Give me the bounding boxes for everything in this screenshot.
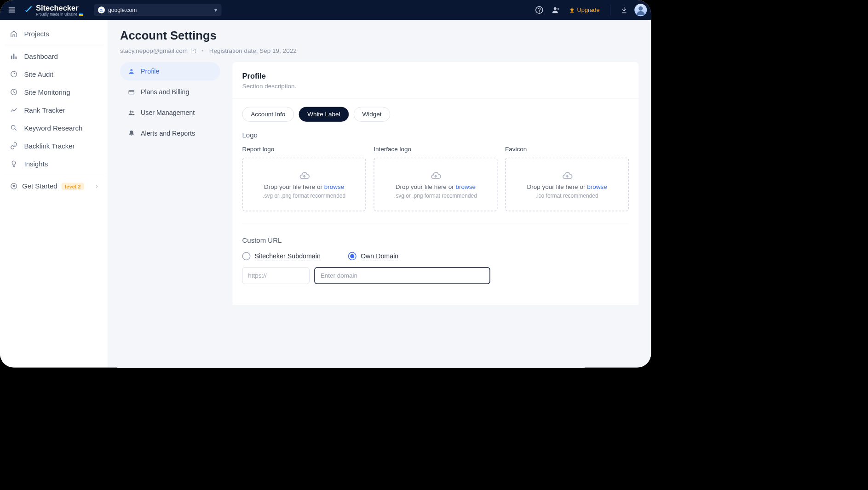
sidebar-item-get-started[interactable]: Get Started level 2 › <box>0 177 108 195</box>
add-user-button[interactable] <box>550 4 562 16</box>
sidebar-item-keyword-research[interactable]: Keyword Research <box>0 119 108 137</box>
divider <box>610 5 610 16</box>
favicon-label: Favicon <box>505 146 629 153</box>
radio-icon <box>348 252 356 260</box>
section-nav-profile[interactable]: Profile <box>120 62 220 81</box>
svg-point-17 <box>132 111 133 113</box>
interface-logo-label: Interface logo <box>374 146 497 153</box>
account-email[interactable]: stacy.nepop@gmail.com <box>120 47 196 55</box>
profile-tabs: Account Info White Label Widget <box>242 107 629 122</box>
section-nav-alerts-reports[interactable]: Alerts and Reports <box>120 124 220 143</box>
upgrade-button[interactable]: Upgrade <box>569 6 600 13</box>
main-content: Account Settings stacy.nepop@gmail.com •… <box>108 20 651 368</box>
svg-point-16 <box>130 111 132 113</box>
favicon-dropzone[interactable]: Drop your file here or browse .ico forma… <box>505 158 629 211</box>
upgrade-icon <box>569 7 575 13</box>
browse-link[interactable]: browse <box>587 183 607 190</box>
sidebar-label: Get Started <box>22 182 57 190</box>
dashboard-icon <box>10 52 18 60</box>
tab-account-info[interactable]: Account Info <box>242 107 294 122</box>
site-selector[interactable]: G google.com ▾ <box>94 4 222 16</box>
menu-toggle-button[interactable] <box>4 2 19 17</box>
sidebar-item-dashboard[interactable]: Dashboard <box>0 47 108 65</box>
cloud-upload-icon <box>562 170 573 181</box>
svg-point-14 <box>130 69 132 71</box>
sidebar-label: Projects <box>24 30 49 38</box>
brand-name: Sitechecker <box>36 4 83 13</box>
compass-icon <box>10 182 18 190</box>
radio-sitechecker-subdomain[interactable]: Sitecheker Subdomain <box>242 252 321 260</box>
protocol-input <box>242 267 310 284</box>
cloud-upload-icon <box>430 170 441 181</box>
help-icon <box>535 6 543 14</box>
chevron-right-icon: › <box>96 182 98 190</box>
sidebar-label: Rank Tracker <box>24 106 65 114</box>
hamburger-icon <box>8 6 16 14</box>
radio-own-domain[interactable]: Own Domain <box>348 252 398 260</box>
gauge-icon <box>10 70 18 78</box>
panel-title: Profile <box>242 72 629 81</box>
section-nav-user-management[interactable]: User Management <box>120 103 220 122</box>
sidebar: Projects Dashboard Site Audit Site Monit… <box>0 20 108 368</box>
logo-checkmark-icon <box>23 5 33 15</box>
section-label: Alerts and Reports <box>141 130 195 137</box>
home-icon <box>10 30 18 38</box>
format-hint: .ico format recommended <box>536 193 598 199</box>
sidebar-item-backlink-tracker[interactable]: Backlink Tracker <box>0 137 108 155</box>
svg-point-13 <box>11 183 17 189</box>
profile-panel: Profile Section description. Account Inf… <box>233 62 639 305</box>
svg-rect-9 <box>15 57 17 59</box>
sidebar-item-site-monitoring[interactable]: Site Monitoring <box>0 83 108 101</box>
section-label: Plans and Billing <box>141 88 189 96</box>
brand-logo[interactable]: Sitechecker Proudly made in Ukraine 🇺🇦 <box>23 4 83 17</box>
browse-link[interactable]: browse <box>455 183 476 190</box>
sidebar-label: Dashboard <box>24 52 58 60</box>
sidebar-label: Site Audit <box>24 70 53 78</box>
avatar-icon <box>634 4 647 16</box>
drop-text: Drop your file here or browse <box>396 183 476 191</box>
cloud-upload-icon <box>299 170 310 181</box>
radio-label: Sitecheker Subdomain <box>255 252 321 260</box>
svg-rect-8 <box>13 54 15 59</box>
trend-icon <box>10 106 18 114</box>
site-selector-value: google.com <box>108 7 137 13</box>
google-favicon-icon: G <box>98 6 105 13</box>
domain-input[interactable] <box>314 267 490 284</box>
report-logo-dropzone[interactable]: Drop your file here or browse .svg or .p… <box>242 158 366 211</box>
interface-logo-dropzone[interactable]: Drop your file here or browse .svg or .p… <box>374 158 497 211</box>
add-user-icon <box>552 6 560 14</box>
user-avatar[interactable] <box>634 4 647 16</box>
section-nav-plans-billing[interactable]: Plans and Billing <box>120 83 220 102</box>
drop-text: Drop your file here or browse <box>527 183 607 191</box>
radio-label: Own Domain <box>361 252 398 260</box>
section-label: User Management <box>141 109 195 117</box>
card-icon <box>128 88 136 96</box>
svg-point-5 <box>554 7 557 10</box>
sidebar-item-projects[interactable]: Projects <box>0 25 108 43</box>
divider <box>4 45 103 46</box>
browse-link[interactable]: browse <box>324 183 345 190</box>
panel-description: Section description. <box>242 83 629 90</box>
tab-white-label[interactable]: White Label <box>299 107 349 122</box>
sidebar-label: Site Monitoring <box>24 88 70 96</box>
sidebar-item-site-audit[interactable]: Site Audit <box>0 65 108 83</box>
users-icon <box>128 109 136 117</box>
link-icon <box>10 142 18 150</box>
chevron-down-icon: ▾ <box>214 7 217 13</box>
level-badge: level 2 <box>62 182 84 190</box>
sidebar-item-insights[interactable]: Insights <box>0 155 108 173</box>
download-button[interactable] <box>618 4 630 16</box>
lightbulb-icon <box>10 160 18 168</box>
section-label: Profile <box>141 68 159 75</box>
sidebar-item-rank-tracker[interactable]: Rank Tracker <box>0 101 108 119</box>
external-link-icon <box>190 48 196 54</box>
tab-widget[interactable]: Widget <box>354 107 391 122</box>
person-icon <box>128 68 136 75</box>
help-button[interactable] <box>533 4 546 16</box>
svg-rect-7 <box>11 56 12 59</box>
page-title: Account Settings <box>120 29 638 42</box>
format-hint: .svg or .png format recommended <box>263 193 345 199</box>
account-meta: stacy.nepop@gmail.com • Registration dat… <box>120 47 638 55</box>
divider <box>233 98 639 99</box>
registration-date: Registration date: Sep 19, 2022 <box>209 47 297 55</box>
